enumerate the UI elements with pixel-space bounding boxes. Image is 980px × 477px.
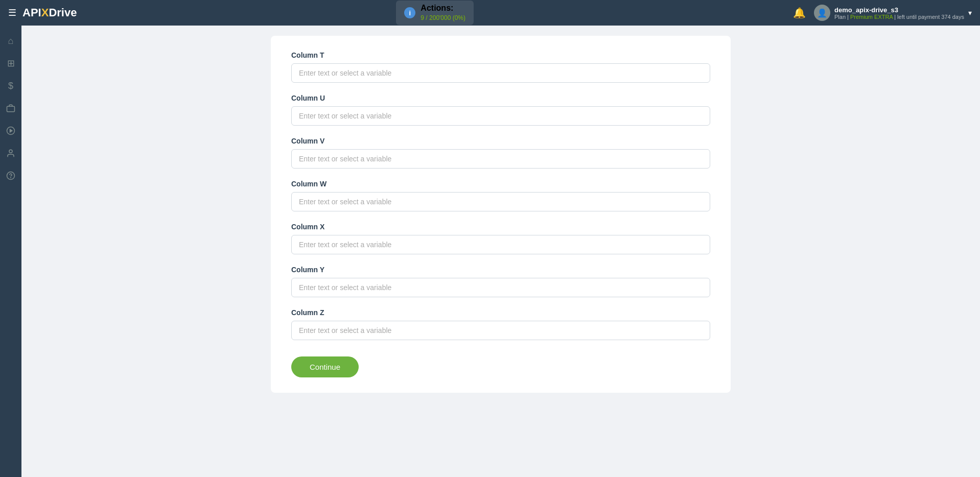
label-column-z: Column Z xyxy=(291,308,710,317)
field-group-column-x: Column X xyxy=(291,223,710,254)
actions-count: 9 / 200'000 (0%) xyxy=(421,14,465,21)
form-fields-container: Column TColumn UColumn VColumn WColumn X… xyxy=(291,51,710,340)
label-column-t: Column T xyxy=(291,51,710,59)
header-right: 🔔 👤 demo_apix-drive_s3 Plan | Premium EX… xyxy=(793,5,972,21)
menu-icon[interactable]: ☰ xyxy=(8,7,16,18)
bell-icon[interactable]: 🔔 xyxy=(793,7,806,19)
logo: APIXDrive xyxy=(22,6,77,19)
sidebar-item-dollar[interactable]: $ xyxy=(2,77,20,95)
input-column-x[interactable] xyxy=(291,235,710,254)
info-icon: i xyxy=(404,7,415,18)
user-name: demo_apix-drive_s3 xyxy=(834,6,964,14)
plan-days: 374 days xyxy=(941,14,964,20)
label-column-v: Column V xyxy=(291,137,710,145)
svg-rect-0 xyxy=(7,106,15,112)
avatar: 👤 xyxy=(814,5,830,21)
input-column-t[interactable] xyxy=(291,63,710,83)
svg-point-3 xyxy=(9,150,12,153)
plan-suffix: | left until payment xyxy=(894,14,940,20)
label-column-x: Column X xyxy=(291,223,710,231)
actions-label: Actions: xyxy=(421,4,465,13)
input-column-w[interactable] xyxy=(291,192,710,211)
input-column-v[interactable] xyxy=(291,149,710,169)
app-body: ⌂ ⊞ $ Column TColumn UColumn VColumn WCo… xyxy=(0,26,980,477)
logo-x: X xyxy=(41,6,49,19)
header-left: ☰ APIXDrive xyxy=(8,6,77,19)
user-section[interactable]: 👤 demo_apix-drive_s3 Plan | Premium EXTR… xyxy=(814,5,972,21)
actions-panel: i Actions: 9 / 200'000 (0%) xyxy=(396,1,474,25)
actions-info: Actions: 9 / 200'000 (0%) xyxy=(421,4,465,22)
input-column-z[interactable] xyxy=(291,321,710,340)
form-card: Column TColumn UColumn VColumn WColumn X… xyxy=(271,36,731,393)
field-group-column-u: Column U xyxy=(291,94,710,126)
avatar-icon: 👤 xyxy=(817,8,827,18)
sidebar-item-briefcase[interactable] xyxy=(2,99,20,117)
sidebar-item-help[interactable] xyxy=(2,166,20,185)
field-group-column-z: Column Z xyxy=(291,308,710,340)
input-column-y[interactable] xyxy=(291,278,710,297)
field-group-column-w: Column W xyxy=(291,180,710,211)
sidebar-item-user[interactable] xyxy=(2,144,20,162)
user-info: demo_apix-drive_s3 Plan | Premium EXTRA … xyxy=(834,6,964,20)
svg-marker-2 xyxy=(10,129,13,132)
continue-button[interactable]: Continue xyxy=(291,356,359,377)
logo-drive: Drive xyxy=(49,6,77,19)
content-area: Column TColumn UColumn VColumn WColumn X… xyxy=(21,26,980,477)
sidebar-item-play[interactable] xyxy=(2,122,20,140)
sidebar: ⌂ ⊞ $ xyxy=(0,26,21,477)
input-column-u[interactable] xyxy=(291,106,710,126)
header: ☰ APIXDrive i Actions: 9 / 200'000 (0%) … xyxy=(0,0,980,26)
sidebar-item-grid[interactable]: ⊞ xyxy=(2,54,20,73)
field-group-column-t: Column T xyxy=(291,51,710,83)
chevron-down-icon: ▾ xyxy=(968,9,972,17)
label-column-u: Column U xyxy=(291,94,710,102)
user-plan: Plan | Premium EXTRA | left until paymen… xyxy=(834,14,964,20)
sidebar-item-home[interactable]: ⌂ xyxy=(2,32,20,50)
plan-name: Premium EXTRA xyxy=(850,14,893,20)
field-group-column-v: Column V xyxy=(291,137,710,169)
label-column-y: Column Y xyxy=(291,266,710,274)
plan-prefix: Plan | xyxy=(834,14,849,20)
field-group-column-y: Column Y xyxy=(291,266,710,297)
logo-api: API xyxy=(22,6,41,19)
label-column-w: Column W xyxy=(291,180,710,188)
